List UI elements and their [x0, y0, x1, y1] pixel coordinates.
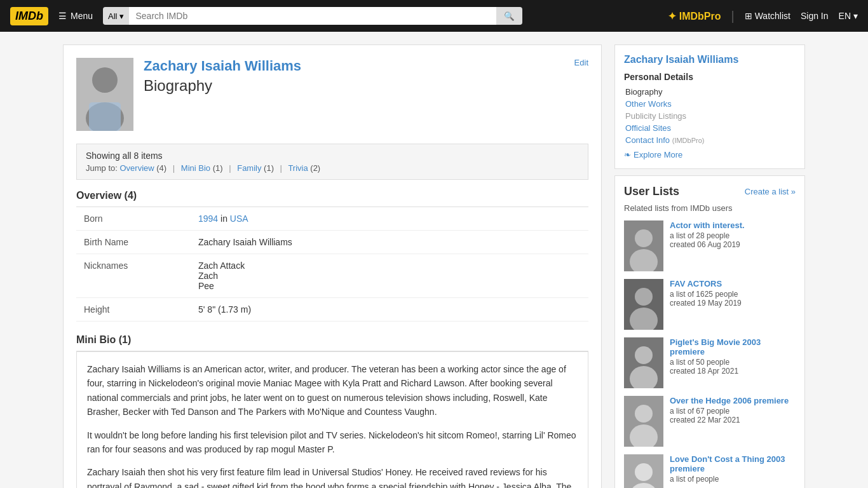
page-wrapper: Zachary Isaiah Williams Biography Edit S… — [53, 32, 815, 488]
nicknames-label: Nicknames — [76, 254, 191, 298]
user-lists-section: User Lists Create a list » Related lists… — [614, 175, 805, 488]
mini-bio-para-1: Zachary Isaiah Williams is an American a… — [87, 362, 578, 419]
svg-point-5 — [635, 229, 653, 247]
table-row: Height 5' 8" (1.73 m) — [76, 298, 588, 322]
jump-section: Showing all 8 items Jump to: Overview (4… — [76, 144, 588, 180]
user-lists-header: User Lists Create a list » — [624, 185, 796, 198]
list-item: Actor with interest. a list of 28 people… — [624, 220, 796, 271]
mini-bio-para-2: It wouldn't be long before landing his f… — [87, 428, 578, 457]
jump-trivia[interactable]: Trivia — [288, 163, 308, 173]
table-row: Birth Name Zachary Isaiah Williams — [76, 231, 588, 254]
list-meta-2: a list of 1625 people created 19 May 201… — [670, 290, 796, 308]
list-thumbnail — [624, 396, 663, 447]
list-title-2[interactable]: FAV ACTORS — [670, 279, 796, 288]
born-place-link[interactable]: USA — [230, 214, 248, 224]
menu-label: Menu — [71, 11, 93, 21]
jump-links: Jump to: Overview (4) | Mini Bio (1) | F… — [86, 163, 579, 173]
imdb-logo[interactable]: IMDb — [10, 7, 48, 25]
sidebar-other-works[interactable]: Other Works — [624, 99, 796, 109]
table-row: Nicknames Zach AttackZachPee — [76, 254, 588, 298]
list-item: Piglet's Big Movie 2003 premiere a list … — [624, 337, 796, 388]
person-info: Zachary Isaiah Williams Biography — [144, 58, 588, 95]
search-container: All ▾ 🔍 — [103, 7, 522, 25]
watchlist-icon: ⊞ — [745, 11, 752, 21]
list-info: Piglet's Big Movie 2003 premiere a list … — [670, 337, 796, 376]
height-label: Height — [76, 298, 191, 322]
list-title-4[interactable]: Over the Hedge 2006 premiere — [670, 396, 796, 405]
sidebar-section-title: Personal Details — [624, 72, 796, 82]
list-title-5[interactable]: Love Don't Cost a Thing 2003 premiere — [670, 454, 796, 473]
person-avatar — [76, 58, 133, 131]
nicknames-value: Zach AttackZachPee — [191, 254, 588, 298]
jump-mini-bio[interactable]: Mini Bio — [181, 163, 210, 173]
menu-button[interactable]: ☰ Menu — [58, 11, 93, 21]
list-thumbnail — [624, 279, 663, 330]
language-button[interactable]: EN ▾ — [839, 11, 858, 21]
sidebar-person-name[interactable]: Zachary Isaiah Williams — [624, 54, 796, 65]
mini-bio-box: Zachary Isaiah Williams is an American a… — [76, 351, 588, 488]
list-info: Over the Hedge 2006 premiere a list of 6… — [670, 396, 796, 424]
born-value: 1994 in USA — [191, 207, 588, 231]
create-list-link[interactable]: Create a list » — [745, 187, 796, 196]
edit-link[interactable]: Edit — [574, 58, 588, 67]
sidebar-explore[interactable]: ❧ Explore More — [624, 150, 796, 159]
list-title-1[interactable]: Actor with interest. — [670, 220, 796, 230]
born-label: Born — [76, 207, 191, 231]
list-item: Over the Hedge 2006 premiere a list of 6… — [624, 396, 796, 447]
birth-name-label: Birth Name — [76, 231, 191, 254]
list-info: Actor with interest. a list of 28 people… — [670, 220, 796, 249]
list-thumbnail — [624, 220, 663, 271]
jump-label: Jump to: — [86, 163, 118, 173]
list-thumbnail — [624, 454, 663, 488]
list-item: Love Don't Cost a Thing 2003 premiere a … — [624, 454, 796, 488]
svg-point-11 — [635, 346, 653, 364]
svg-point-8 — [635, 288, 653, 306]
search-filter-label: All — [108, 11, 117, 21]
page-title: Biography — [144, 77, 588, 95]
sidebar: Zachary Isaiah Williams Personal Details… — [614, 44, 805, 488]
mini-bio-para-3: Zachary Isaiah then shot his very first … — [87, 465, 578, 488]
table-row: Born 1994 in USA — [76, 207, 588, 231]
mini-bio-header: Mini Bio (1) — [76, 334, 588, 351]
search-button[interactable]: 🔍 — [496, 7, 522, 25]
svg-point-14 — [635, 405, 653, 423]
header-right: ✦ IMDbPro | ⊞ Watchlist Sign In EN ▾ — [668, 9, 858, 24]
search-filter-button[interactable]: All ▾ — [103, 7, 129, 25]
explore-chevron-icon: ❧ — [624, 150, 631, 159]
jump-family[interactable]: Family — [237, 163, 261, 173]
related-lists-text: Related lists from IMDb users — [624, 203, 796, 213]
search-input[interactable] — [129, 7, 496, 25]
sidebar-official-sites[interactable]: Official Sites — [624, 123, 796, 133]
list-meta-1: a list of 28 people created 06 Aug 2019 — [670, 231, 796, 249]
list-thumbnail — [624, 337, 663, 388]
list-meta-5: a list of people — [670, 475, 796, 484]
sidebar-personal-details: Zachary Isaiah Williams Personal Details… — [614, 44, 805, 169]
bio-table: Born 1994 in USA Birth Name Zachary Isai… — [76, 207, 588, 322]
svg-point-17 — [635, 463, 653, 481]
sidebar-biography-item: Biography — [624, 87, 796, 97]
signin-label: Sign In — [801, 11, 829, 21]
jump-overview[interactable]: Overview — [119, 163, 154, 173]
list-item: FAV ACTORS a list of 1625 people created… — [624, 279, 796, 330]
list-meta-3: a list of 50 people created 18 Apr 2021 — [670, 358, 796, 376]
sidebar-publicity-listings: Publicity Listings — [624, 111, 796, 121]
list-info: FAV ACTORS a list of 1625 people created… — [670, 279, 796, 308]
search-icon: 🔍 — [504, 11, 515, 21]
watchlist-button[interactable]: ⊞ Watchlist — [745, 11, 790, 21]
overview-header: Overview (4) — [76, 190, 588, 207]
list-title-3[interactable]: Piglet's Big Movie 2003 premiere — [670, 337, 796, 356]
signin-button[interactable]: Sign In — [801, 11, 829, 21]
imdbpro-label: IMDbPro — [679, 11, 721, 22]
header-divider: | — [731, 9, 734, 24]
lang-chevron-icon: ▾ — [853, 11, 858, 21]
born-year-link[interactable]: 1994 — [198, 214, 218, 224]
sidebar-contact-info[interactable]: Contact Info (IMDbPro) — [624, 135, 796, 145]
showing-text: Showing all 8 items — [86, 151, 579, 161]
list-info: Love Don't Cost a Thing 2003 premiere a … — [670, 454, 796, 484]
born-in: in — [220, 214, 230, 224]
birth-name-value: Zachary Isaiah Williams — [191, 231, 588, 254]
site-header: IMDb ☰ Menu All ▾ 🔍 ✦ IMDbPro | ⊞ Watchl… — [0, 0, 868, 32]
explore-label: Explore More — [634, 150, 682, 159]
main-content: Zachary Isaiah Williams Biography Edit S… — [63, 44, 602, 488]
person-name-link[interactable]: Zachary Isaiah Williams — [144, 58, 588, 74]
